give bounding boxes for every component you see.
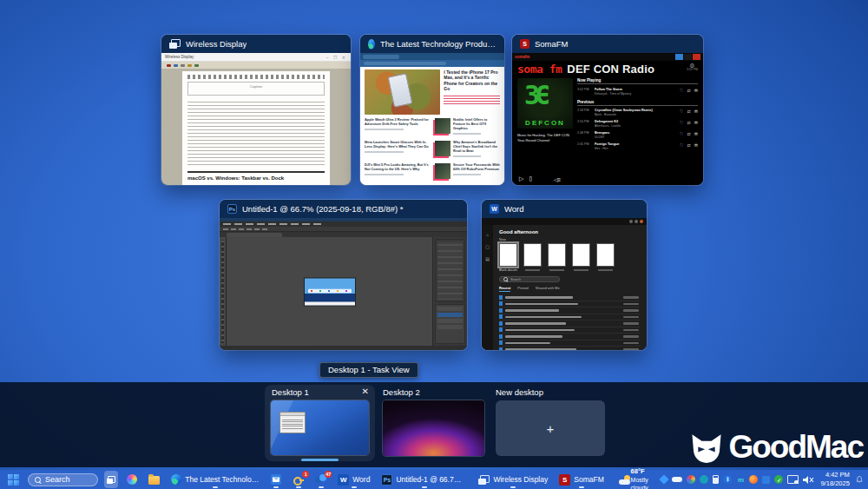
system-tray[interactable]: ᛒ m ✓ (661, 475, 814, 485)
buy-icon[interactable]: ⛃ (694, 120, 698, 125)
heart-icon[interactable]: ♡ (680, 120, 683, 125)
buy-icon[interactable]: ⛃ (694, 131, 698, 136)
taskbar-photoshop-button[interactable]: PsUntitled-1 @ 66.7% (202 (378, 471, 470, 488)
onedrive-icon[interactable] (672, 477, 682, 482)
hero-image (365, 69, 440, 115)
weather-widget[interactable]: 68°FMostly cloudy (619, 467, 655, 489)
word-search-input[interactable]: Search (499, 276, 560, 282)
open-icon[interactable]: ▤ (485, 256, 490, 261)
template-item[interactable] (596, 243, 615, 272)
mini-window (279, 412, 306, 433)
taskbar-word-button[interactable]: WWord (335, 471, 372, 488)
template-item[interactable] (548, 243, 566, 272)
taskbar-clock[interactable]: 4:42 PM 9/18/2025 (820, 471, 849, 488)
close-button[interactable] (693, 54, 700, 60)
tab-pinned[interactable]: Pinned (517, 286, 528, 292)
document-row[interactable] (499, 320, 641, 327)
close-desktop-icon[interactable]: ✕ (362, 387, 369, 396)
wireless-display-icon (169, 39, 181, 49)
document-row[interactable] (499, 347, 641, 350)
heart-icon[interactable]: ♡ (680, 109, 683, 114)
document-row[interactable] (499, 327, 641, 334)
heart-icon[interactable]: ♡ (680, 142, 683, 148)
playlist-icon[interactable]: ⇄ (687, 109, 691, 114)
tray-m-icon[interactable]: m (736, 475, 745, 484)
battery-icon[interactable] (713, 475, 719, 484)
document-row[interactable] (499, 340, 641, 347)
station-clock: 3:02 PM (687, 69, 698, 72)
tray-gear-icon[interactable] (700, 475, 708, 484)
weather-temp: 68°F (631, 467, 655, 476)
settings-gear-icon[interactable]: ⚙3:02 PM (687, 63, 698, 72)
document-row[interactable] (499, 294, 641, 301)
volume-icon[interactable]: ◁≡ (554, 176, 561, 182)
document-row[interactable] (499, 307, 641, 314)
taskview-window-word[interactable]: W Word ⌂▢▤ Good afternoon New Blank docu… (482, 200, 647, 350)
pinwheel-icon[interactable] (687, 475, 695, 484)
playlist-icon[interactable]: ⇄ (687, 88, 691, 93)
webpage: I Tested the iPhone 17 Pro Max, and It's… (360, 67, 504, 185)
template-item[interactable] (572, 243, 590, 272)
caption-box: Caption (187, 82, 325, 96)
new-icon[interactable]: ▢ (485, 244, 490, 249)
window-title: The Latest Technology Product Reviews, N… (380, 39, 496, 49)
search-input[interactable]: Search (28, 473, 98, 486)
file-explorer-button[interactable] (146, 471, 162, 488)
desktop-2-thumbnail[interactable] (383, 400, 484, 456)
playlist-icon[interactable]: ⇄ (687, 142, 691, 148)
layers-panel (435, 304, 465, 344)
play-icon[interactable]: ▷ (519, 175, 523, 182)
browser-chrome (161, 62, 351, 69)
weather-cloud-icon (619, 475, 628, 485)
buy-icon[interactable]: ⛃ (694, 88, 698, 93)
track-row: 2:48 PM BreegansDLDNT ♡⇄⛃ (577, 130, 698, 142)
playlist-icon[interactable]: ⇄ (687, 120, 691, 125)
document-row[interactable] (499, 301, 641, 308)
tray-diamond-icon[interactable] (660, 474, 669, 484)
tab-recent[interactable]: Recent (499, 286, 510, 292)
photoshop-icon: Ps (381, 474, 392, 486)
tray-blue-icon[interactable] (762, 476, 770, 484)
buy-icon[interactable]: ⛃ (694, 109, 698, 114)
stop-icon[interactable]: ▯ (529, 175, 532, 182)
now-playing-header: Now Playing (577, 78, 698, 84)
taskview-window-wireless-display[interactable]: Wireless Display Wireless Display – ☐ ✕ … (161, 35, 351, 185)
cast-display-icon[interactable] (787, 475, 799, 484)
bluetooth-icon[interactable]: ᛒ (723, 475, 732, 484)
copilot-button[interactable] (124, 471, 140, 488)
taskbar-wireless-display-button[interactable]: Wireless Display (476, 471, 550, 488)
taskview-window-edge[interactable]: The Latest Technology Product Reviews, N… (360, 35, 504, 185)
task-view-button[interactable] (104, 471, 118, 488)
window-titlebar: The Latest Technology Product Reviews, N… (360, 35, 504, 53)
notification-bell-icon[interactable] (856, 474, 863, 485)
volume-muted-icon[interactable] (803, 475, 814, 485)
playlist-icon[interactable]: ⇄ (687, 131, 691, 136)
edge-icon (171, 474, 181, 485)
heart-icon[interactable]: ♡ (680, 88, 683, 93)
template-blank-document[interactable]: Blank document (499, 243, 517, 272)
taskbar-edge-button[interactable]: The Latest Technology F (168, 471, 262, 488)
taskbar-people-button[interactable]: 47 (312, 471, 329, 488)
antivirus-icon[interactable]: ✓ (774, 475, 783, 484)
tab-shared[interactable]: Shared with Me (536, 286, 560, 292)
taskview-window-somafm[interactable]: S SomaFM somafm soma fm DEF CON Radio ⚙3… (512, 35, 703, 185)
desktop-1-thumbnail[interactable] (271, 400, 369, 455)
template-item[interactable] (523, 243, 542, 272)
taskview-window-photoshop[interactable]: Ps Untitled-1 @ 66.7% (2025-09-18, RGB/8… (220, 200, 467, 350)
home-icon[interactable]: ⌂ (486, 232, 489, 237)
minimize-button[interactable] (675, 54, 683, 60)
tray-orange-icon[interactable] (749, 475, 758, 484)
article-item: Secure Your Passwords With 60% Off RoboF… (435, 163, 500, 182)
maximize-button[interactable] (684, 54, 692, 60)
taskbar-key-button[interactable]: 1 (290, 471, 306, 488)
window-preview: ⌂▢▤ Good afternoon New Blank document Se… (482, 218, 647, 350)
start-button[interactable] (5, 471, 22, 488)
track-time: 2:48 PM (577, 131, 591, 135)
taskbar-somafm-button[interactable]: SSomaFM (556, 471, 606, 488)
heart-icon[interactable]: ♡ (680, 131, 683, 136)
document-row[interactable] (499, 334, 641, 340)
taskbar-outlook-button[interactable] (268, 471, 284, 488)
new-desktop-button[interactable]: + (496, 400, 605, 456)
buy-icon[interactable]: ⛃ (694, 142, 698, 148)
document-row[interactable] (499, 314, 641, 321)
